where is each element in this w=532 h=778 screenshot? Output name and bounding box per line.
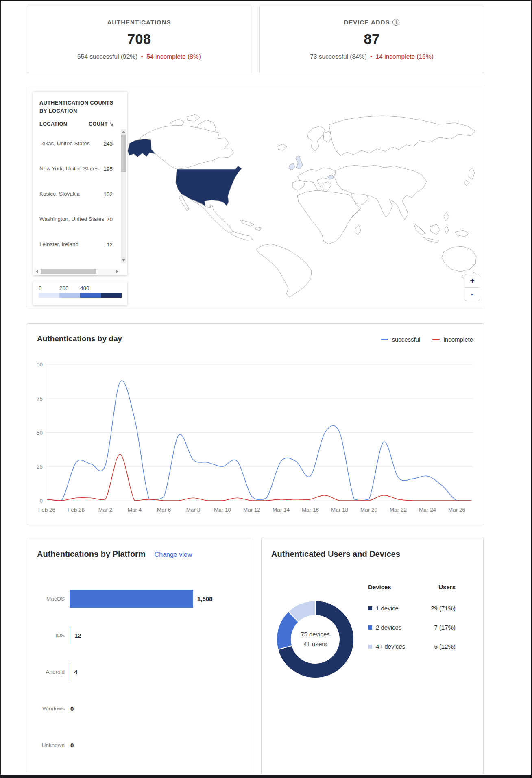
authenticated-users-devices-panel: Authenticated Users and Devices 75 devic… <box>261 538 484 774</box>
auth-counts-by-location-table: AUTHENTICATION COUNTS BY LOCATION LOCATI… <box>33 92 127 275</box>
map-arctic-island <box>187 114 200 121</box>
map-philippines <box>444 212 449 221</box>
platform-value: 12 <box>74 632 81 639</box>
summary-cards-row: AUTHENTICATIONS 708 654 successful (92%)… <box>27 6 484 73</box>
separator-dot: • <box>140 53 145 60</box>
count-column-header[interactable]: COUNT <box>89 121 113 127</box>
location-cell: Kosice, Slovakia <box>39 190 103 198</box>
device-adds-card-title-text: DEVICE ADDS <box>344 19 390 26</box>
map-iceland <box>278 144 287 150</box>
location-column-header: LOCATION <box>39 121 89 127</box>
authentications-card: AUTHENTICATIONS 708 654 successful (92%)… <box>27 6 251 73</box>
x-tick-label: Mar 22 <box>390 507 407 513</box>
vertical-scrollbar-thumb[interactable] <box>121 135 126 172</box>
donut-legend-rows: 1 device29 (71%)2 devices7 (17%)4+ devic… <box>368 599 456 656</box>
map-russia <box>329 116 475 155</box>
table-row: Texas, United States243 <box>39 131 113 156</box>
legend-swatch <box>381 339 388 340</box>
count-cell: 12 <box>107 242 113 248</box>
map-us-highlight <box>176 166 242 207</box>
vertical-scrollbar[interactable] <box>121 129 126 263</box>
platform-value: 4 <box>74 669 77 676</box>
y-tick-label: 100 <box>37 362 43 368</box>
horizontal-scrollbar[interactable] <box>34 269 120 274</box>
donut-center-line: 75 devices <box>301 630 330 639</box>
map-ireland-highlight <box>289 163 295 170</box>
x-tick-label: Mar 4 <box>128 507 142 513</box>
scale-label: 0 <box>39 285 59 291</box>
line-chart-title: Authentications by day <box>37 334 122 343</box>
device-adds-success-text: 73 successful (84%) <box>310 53 367 60</box>
scale-label: 200 <box>59 285 80 291</box>
map-uk-highlight <box>296 155 303 169</box>
sort-descending-icon <box>109 122 113 126</box>
zoom-in-button[interactable]: + <box>464 274 480 288</box>
location-table-rows: Texas, United States243New York, United … <box>39 131 113 257</box>
donut-legend-value: 29 (71%) <box>431 605 456 612</box>
location-cell: New York, United States <box>39 165 103 172</box>
x-tick-label: Mar 2 <box>98 507 113 513</box>
authentications-card-title: AUTHENTICATIONS <box>107 19 171 26</box>
count-cell: 195 <box>103 166 113 172</box>
scroll-left-icon[interactable] <box>34 269 39 274</box>
map-scandinavia <box>307 126 325 151</box>
scale-swatch <box>80 293 101 298</box>
platform-bar-row: Android4 <box>37 654 244 690</box>
scroll-up-icon[interactable] <box>121 129 126 134</box>
platform-bar-row: Windows0 <box>37 690 244 727</box>
map-hispaniola <box>255 227 261 231</box>
device-adds-breakdown: 73 successful (84%) • 14 incomplete (16%… <box>260 53 484 60</box>
map-africa <box>297 190 361 244</box>
users-column-header: Users <box>438 584 456 591</box>
devices-column-header: Devices <box>368 584 391 591</box>
map-south-america <box>256 244 312 297</box>
map-borneo <box>430 224 440 235</box>
platform-bar-rows: MacOS1,508iOS12Android4Windows0Unknown0 <box>37 580 244 763</box>
x-tick-label: Mar 26 <box>448 507 465 513</box>
device-adds-count: 87 <box>260 31 484 47</box>
platform-bar <box>70 663 70 681</box>
scroll-right-icon[interactable] <box>115 269 120 274</box>
x-tick-label: Mar 12 <box>243 507 260 513</box>
scale-swatch <box>101 293 122 298</box>
map-europe <box>297 168 336 192</box>
map-cuba <box>240 220 254 226</box>
count-cell: 70 <box>107 216 113 222</box>
x-tick-label: Feb 28 <box>68 507 85 513</box>
authentications-incomplete-text: 54 incomplete (8%) <box>146 53 201 60</box>
platform-chart-title: Authentications by Platform <box>37 549 146 559</box>
table-row: Kosice, Slovakia102 <box>39 181 113 207</box>
map-madagascar <box>355 225 361 235</box>
map-scale-legend: 0200400 <box>33 281 127 305</box>
scroll-down-icon[interactable] <box>121 258 126 263</box>
platform-bar <box>70 590 193 608</box>
donut-legend-row: 2 devices7 (17%) <box>368 618 456 637</box>
x-tick-label: Mar 8 <box>186 507 201 513</box>
scale-swatch <box>39 293 59 298</box>
horizontal-scrollbar-thumb[interactable] <box>41 269 96 274</box>
legend-swatch <box>432 339 440 340</box>
table-row: Leinster, Ireland12 <box>39 232 113 257</box>
platform-label: Windows <box>37 706 65 712</box>
platform-value: 0 <box>70 742 74 749</box>
x-tick-label: Mar 24 <box>419 507 436 513</box>
map-balkans <box>323 182 331 192</box>
zoom-out-button[interactable]: - <box>464 288 480 301</box>
change-view-link[interactable]: Change view <box>155 551 192 558</box>
map-iberia <box>292 180 305 190</box>
count-column-label: COUNT <box>89 121 108 127</box>
series-line-incomplete <box>47 454 471 501</box>
map-japan <box>469 168 475 179</box>
y-tick-label: 75 <box>37 396 43 402</box>
map-java <box>423 237 439 243</box>
device-adds-card-title: DEVICE ADDS i <box>344 19 400 26</box>
donut-legend-row: 4+ devices5 (12%) <box>368 637 456 656</box>
platform-bar-row: Unknown0 <box>37 727 244 763</box>
authentications-count: 708 <box>27 31 251 47</box>
separator-dot: • <box>368 53 374 60</box>
location-table-header: LOCATION COUNT <box>39 121 113 131</box>
info-icon[interactable]: i <box>392 19 399 26</box>
dashboard-page: AUTHENTICATIONS 708 654 successful (92%)… <box>0 0 532 778</box>
auth-location-map-panel: AUTHENTICATION COUNTS BY LOCATION LOCATI… <box>27 85 484 309</box>
x-tick-label: Mar 16 <box>302 507 319 513</box>
